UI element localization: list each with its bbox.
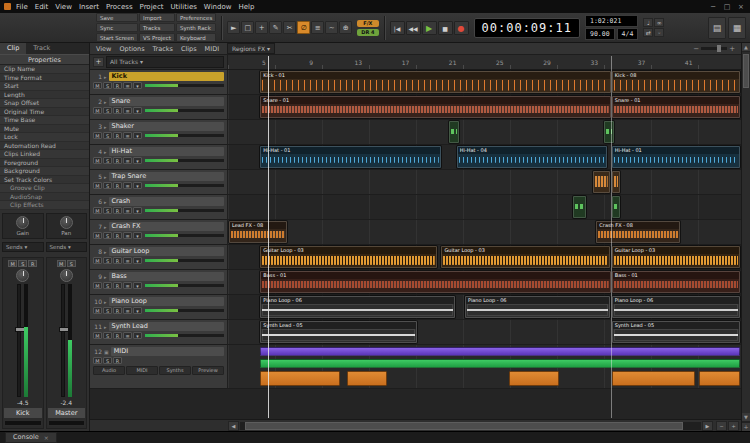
browser-icon[interactable]: ▦	[728, 17, 746, 39]
track-header[interactable]: 10▸Piano LoopMSR≡▾	[90, 295, 228, 319]
property-lock[interactable]: Lock	[0, 133, 89, 142]
view-menu-options[interactable]: Options	[119, 45, 144, 53]
midi-block[interactable]	[509, 371, 559, 386]
pan-knob[interactable]	[60, 216, 73, 229]
record-button[interactable]: R	[113, 282, 122, 289]
property-original-time[interactable]: Original Time	[0, 108, 89, 117]
mute-button[interactable]: M	[93, 182, 102, 189]
folder-track-header[interactable]: 12▣MIDIMSRAudioMIDISynthsPreview	[90, 345, 228, 388]
menu-view[interactable]: View	[55, 3, 72, 11]
vscroll-thumb[interactable]	[743, 54, 749, 88]
input-echo-button[interactable]: ≡	[123, 182, 132, 189]
record-button[interactable]: R	[113, 157, 122, 164]
clip[interactable]: Snare - 01	[260, 96, 610, 118]
docked-module-tab[interactable]: Console×	[5, 432, 57, 443]
metronome-icon[interactable]: ♩	[643, 18, 653, 27]
send-selector[interactable]: Sends ▾	[46, 242, 88, 252]
record-button[interactable]: R	[113, 357, 122, 364]
automation-button[interactable]: ▾	[133, 332, 142, 339]
solo-button[interactable]: S	[103, 357, 112, 364]
menu-process[interactable]: Process	[106, 3, 133, 11]
maximize-icon[interactable]: □	[722, 3, 732, 11]
track-lane[interactable]: Snare - 01Snare - 01	[228, 95, 741, 119]
button-synth-rack[interactable]: Synth Rack	[176, 23, 216, 32]
record-button[interactable]: R	[113, 132, 122, 139]
clip[interactable]: Kick - 08	[612, 71, 740, 93]
solo-button[interactable]: S	[18, 260, 27, 267]
clip[interactable]: Hi-Hat - 04	[457, 146, 607, 168]
automation-button[interactable]: ▾	[133, 132, 142, 139]
track-header[interactable]: 7▸Crash FXMSR≡▾	[90, 220, 228, 244]
zoom-out-icon[interactable]: −	[693, 45, 699, 53]
regions-fx-dropdown[interactable]: Regions FX ▾	[227, 43, 275, 54]
record-button[interactable]: R	[113, 307, 122, 314]
track-header[interactable]: 9▸BassMSR≡▾	[90, 270, 228, 294]
track-name[interactable]: Hi-Hat	[109, 147, 224, 156]
send-selector[interactable]: Sends ▾	[2, 242, 44, 252]
clip[interactable]: Piano Loop - 06	[612, 296, 740, 318]
clip[interactable]: Bass - 01	[260, 271, 610, 293]
record-button[interactable]: R	[113, 332, 122, 339]
button-preferences[interactable]: Preferences	[176, 13, 216, 22]
button-keyboard[interactable]: Keyboard	[176, 33, 216, 42]
solo-button[interactable]: S	[103, 332, 112, 339]
automation-button[interactable]: ▾	[133, 157, 142, 164]
solo-button[interactable]: S	[103, 157, 112, 164]
input-echo-button[interactable]: ≡	[123, 157, 132, 164]
input-echo-button[interactable]: ≡	[123, 107, 132, 114]
view-menu-clips[interactable]: Clips	[181, 45, 197, 53]
output-selector[interactable]	[48, 420, 86, 426]
track-name[interactable]: MIDI	[111, 347, 224, 356]
track-expand-icon[interactable]: ▸	[104, 149, 107, 155]
play-button[interactable]: ▶	[422, 21, 437, 35]
clip[interactable]: Guitar Loop - 03	[441, 246, 609, 268]
track-expand-icon[interactable]: ▸	[104, 299, 107, 305]
select-tool[interactable]: □	[241, 21, 254, 34]
track-expand-icon[interactable]: ▸	[104, 224, 107, 230]
solo-button[interactable]: S	[103, 307, 112, 314]
clip[interactable]	[612, 171, 620, 193]
solo-button[interactable]: S	[67, 260, 76, 267]
mute-button[interactable]: M	[93, 107, 102, 114]
rtz-button[interactable]: |◀	[390, 21, 405, 35]
track-name[interactable]: Guitar Loop	[109, 247, 224, 256]
mute-tool[interactable]: ~	[325, 21, 338, 34]
midi-block[interactable]	[612, 371, 695, 386]
clip[interactable]: Guitar Loop - 03	[612, 246, 740, 268]
track-expand-icon[interactable]: ▸	[104, 74, 107, 80]
hscroll-thumb[interactable]	[245, 422, 683, 430]
midi-block[interactable]	[699, 371, 740, 386]
record-button[interactable]: R	[113, 107, 122, 114]
property-background[interactable]: Background	[0, 167, 89, 176]
property-start[interactable]: Start	[0, 82, 89, 91]
track-name[interactable]: Crash FX	[109, 222, 224, 231]
mute-button[interactable]: M	[93, 307, 102, 314]
rewind-button[interactable]: ◀◀	[406, 21, 421, 35]
pan-knob[interactable]	[60, 269, 73, 282]
solo-button[interactable]: S	[103, 82, 112, 89]
clip[interactable]: Bass - 01	[612, 271, 740, 293]
automation-button[interactable]: ▾	[133, 282, 142, 289]
property-length[interactable]: Length	[0, 91, 89, 100]
record-button[interactable]: R	[113, 232, 122, 239]
property-clip-name[interactable]: Clip Name	[0, 65, 89, 74]
gain-knob[interactable]	[16, 216, 29, 229]
property-time-base[interactable]: Time Base	[0, 116, 89, 125]
timeline-ruler[interactable]: 591317212529333741	[228, 55, 741, 69]
input-echo-button[interactable]: ≡	[123, 82, 132, 89]
clip[interactable]: Lead FX - 08	[229, 221, 287, 243]
mixer-icon[interactable]: ▤	[708, 17, 726, 39]
record-button[interactable]: R	[113, 257, 122, 264]
menu-window[interactable]: Window	[204, 3, 232, 11]
solo-button[interactable]: S	[103, 257, 112, 264]
automation-button[interactable]: ▾	[133, 257, 142, 264]
split-tool[interactable]: ✂	[283, 21, 296, 34]
scroll-down-icon[interactable]: ▼	[742, 413, 750, 422]
clip[interactable]	[612, 196, 620, 218]
mute-button[interactable]: M	[93, 232, 102, 239]
input-echo-button[interactable]: ≡	[123, 332, 132, 339]
property-set-track-colors[interactable]: Set Track Colors	[0, 176, 89, 185]
toggle-f-x[interactable]: F/X	[357, 20, 378, 27]
add-track-button[interactable]: +	[93, 57, 104, 67]
track-expand-icon[interactable]: ▸	[104, 174, 107, 180]
